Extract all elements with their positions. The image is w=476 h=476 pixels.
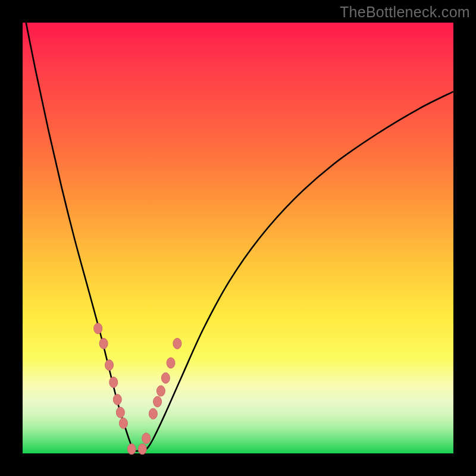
curve-marker — [149, 408, 157, 419]
curve-marker — [127, 444, 136, 455]
curve-marker — [167, 358, 175, 368]
chart-frame: TheBottleneck.com — [0, 0, 476, 476]
curve-marker — [119, 418, 127, 428]
plot-area — [23, 23, 453, 453]
chart-svg — [23, 23, 453, 453]
curve-marker — [99, 338, 108, 349]
curve-marker — [113, 394, 121, 405]
curve-marker — [105, 360, 114, 371]
curve-marker — [94, 323, 102, 334]
curve-marker — [161, 372, 170, 383]
curve-marker — [173, 338, 181, 349]
curve-marker — [109, 377, 118, 388]
watermark-text: TheBottleneck.com — [340, 4, 470, 21]
curve-marker — [154, 396, 162, 407]
curve-marker — [156, 386, 165, 396]
bottleneck-curve — [23, 5, 453, 451]
curve-marker — [138, 444, 146, 455]
curve-marker — [142, 433, 151, 444]
curve-marker — [116, 407, 124, 418]
curve-markers — [94, 323, 181, 455]
